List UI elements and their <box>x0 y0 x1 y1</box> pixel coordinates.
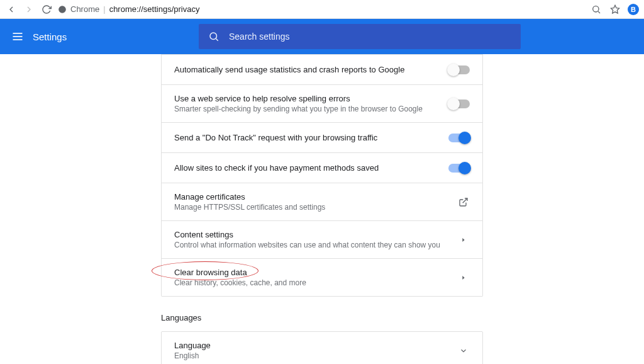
row-subtitle: Control what information websites can us… <box>174 241 450 249</box>
chevron-right-icon <box>457 234 470 246</box>
chevron-right-icon <box>457 271 470 284</box>
row-title: Allow sites to check if you have payment… <box>174 163 441 173</box>
row-title: Use a web service to help resolve spelli… <box>174 94 441 103</box>
bookmark-star-icon[interactable] <box>609 3 621 16</box>
row-title: Automatically send usage statistics and … <box>174 65 441 74</box>
browser-toolbar: Chrome | chrome://settings/privacy B <box>0 0 644 19</box>
svg-line-2 <box>598 11 600 13</box>
row-title: Content settings <box>174 230 450 239</box>
svg-marker-11 <box>462 276 464 280</box>
languages-card: Language English Spell check English (Un… <box>161 331 483 364</box>
address-bar[interactable]: Chrome | chrome://settings/privacy <box>58 4 585 14</box>
site-info-icon[interactable] <box>58 5 67 14</box>
search-input[interactable] <box>229 31 512 42</box>
row-language[interactable]: Language English <box>162 332 482 364</box>
row-usage-stats[interactable]: Automatically send usage statistics and … <box>162 54 482 84</box>
settings-search[interactable] <box>199 24 521 49</box>
search-icon <box>208 30 220 43</box>
forward-button[interactable] <box>23 3 35 16</box>
toggle-payment-methods[interactable] <box>448 164 470 173</box>
row-do-not-track[interactable]: Send a "Do Not Track" request with your … <box>162 122 482 152</box>
section-title-languages: Languages <box>161 313 483 322</box>
row-title: Language <box>174 341 450 350</box>
toggle-do-not-track[interactable] <box>448 134 470 142</box>
svg-point-1 <box>593 6 599 11</box>
svg-line-8 <box>216 38 218 40</box>
row-subtitle: Manage HTTPS/SSL certificates and settin… <box>174 203 450 212</box>
svg-line-9 <box>463 198 467 203</box>
row-clear-browsing-data[interactable]: Clear browsing data Clear history, cooki… <box>162 258 482 296</box>
row-subtitle: Smarter spell-checking by sending what y… <box>174 105 441 113</box>
profile-badge[interactable]: B <box>628 4 639 15</box>
settings-content: Automatically send usage statistics and … <box>0 54 644 364</box>
chevron-down-icon <box>457 344 470 357</box>
toggle-spelling-service[interactable] <box>448 100 470 108</box>
reload-button[interactable] <box>40 3 53 16</box>
privacy-card: Automatically send usage statistics and … <box>161 54 483 297</box>
url-host: Chrome <box>70 4 99 14</box>
zoom-icon[interactable] <box>590 3 602 16</box>
svg-point-0 <box>58 6 66 13</box>
row-subtitle: English <box>174 351 450 360</box>
row-spelling-service[interactable]: Use a web service to help resolve spelli… <box>162 84 482 122</box>
settings-header: Settings <box>0 19 644 54</box>
row-manage-certificates[interactable]: Manage certificates Manage HTTPS/SSL cer… <box>162 183 482 220</box>
toggle-usage-stats[interactable] <box>448 65 470 74</box>
page-title: Settings <box>33 31 67 42</box>
row-content-settings[interactable]: Content settings Control what informatio… <box>162 220 482 258</box>
svg-marker-10 <box>462 238 464 242</box>
menu-icon[interactable] <box>11 30 24 43</box>
back-button[interactable] <box>5 3 18 16</box>
row-title: Manage certificates <box>174 192 450 202</box>
svg-marker-3 <box>611 5 619 13</box>
external-link-icon <box>457 196 470 208</box>
row-title: Clear browsing data <box>174 268 450 277</box>
row-title: Send a "Do Not Track" request with your … <box>174 133 441 142</box>
url-path: chrome://settings/privacy <box>109 4 200 14</box>
svg-point-7 <box>210 33 217 40</box>
url-separator: | <box>103 4 105 14</box>
row-payment-methods[interactable]: Allow sites to check if you have payment… <box>162 152 482 183</box>
row-subtitle: Clear history, cookies, cache, and more <box>174 278 450 287</box>
